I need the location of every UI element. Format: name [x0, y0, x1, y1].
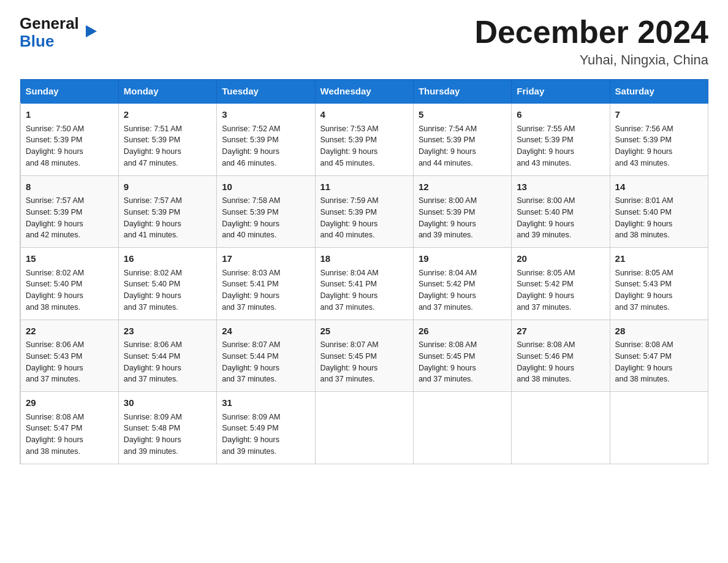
table-row: 15Sunrise: 8:02 AMSunset: 5:40 PMDayligh… — [20, 248, 118, 320]
sunset-label: Sunset: 5:46 PM — [517, 352, 573, 361]
daylight-label: Daylight: 9 hours — [320, 364, 378, 372]
sunrise-label: Sunrise: 7:54 AM — [419, 124, 477, 133]
daylight-minutes: and 37 minutes. — [517, 303, 571, 312]
day-number: 21 — [615, 252, 703, 266]
day-number: 2 — [124, 108, 211, 122]
col-friday: Friday — [512, 80, 610, 104]
table-row — [315, 392, 413, 464]
table-row: 14Sunrise: 8:01 AMSunset: 5:40 PMDayligh… — [610, 175, 708, 248]
sunset-label: Sunset: 5:41 PM — [320, 280, 377, 288]
daylight-label: Daylight: 9 hours — [124, 364, 181, 372]
sunset-label: Sunset: 5:39 PM — [26, 136, 82, 144]
day-number: 1 — [26, 108, 113, 122]
sunrise-label: Sunrise: 8:00 AM — [419, 196, 477, 205]
sunset-label: Sunset: 5:48 PM — [124, 424, 180, 432]
day-number: 12 — [419, 180, 506, 194]
sunset-label: Sunset: 5:39 PM — [124, 208, 180, 216]
daylight-minutes: and 38 minutes. — [26, 447, 80, 456]
daylight-minutes: and 37 minutes. — [615, 303, 670, 312]
table-row: 10Sunrise: 7:58 AMSunset: 5:39 PMDayligh… — [217, 175, 315, 248]
day-number: 18 — [320, 252, 408, 266]
daylight-minutes: and 38 minutes. — [615, 375, 670, 383]
table-row: 16Sunrise: 8:02 AMSunset: 5:40 PMDayligh… — [118, 248, 216, 320]
sunset-label: Sunset: 5:39 PM — [320, 136, 377, 144]
col-saturday: Saturday — [610, 80, 708, 104]
daylight-label: Daylight: 9 hours — [517, 364, 574, 372]
sunset-label: Sunset: 5:43 PM — [615, 280, 672, 288]
table-row: 8Sunrise: 7:57 AMSunset: 5:39 PMDaylight… — [20, 175, 118, 248]
daylight-minutes: and 40 minutes. — [320, 231, 375, 239]
day-number: 6 — [517, 108, 604, 122]
sunset-label: Sunset: 5:45 PM — [320, 352, 377, 361]
day-number: 10 — [222, 180, 309, 194]
daylight-minutes: and 37 minutes. — [419, 303, 473, 312]
sunrise-label: Sunrise: 7:53 AM — [320, 124, 379, 133]
daylight-label: Daylight: 9 hours — [320, 291, 378, 300]
sunset-label: Sunset: 5:39 PM — [222, 208, 278, 216]
sunset-label: Sunset: 5:39 PM — [517, 136, 573, 144]
daylight-minutes: and 37 minutes. — [320, 303, 375, 312]
table-row: 19Sunrise: 8:04 AMSunset: 5:42 PMDayligh… — [413, 248, 511, 320]
table-row: 1Sunrise: 7:50 AMSunset: 5:39 PMDaylight… — [20, 103, 118, 175]
sunrise-label: Sunrise: 7:58 AM — [222, 196, 280, 205]
sunset-label: Sunset: 5:39 PM — [419, 208, 475, 216]
sunrise-label: Sunrise: 8:09 AM — [124, 413, 182, 421]
daylight-label: Daylight: 9 hours — [26, 147, 83, 156]
svg-marker-0 — [86, 25, 97, 37]
daylight-label: Daylight: 9 hours — [26, 291, 83, 300]
sunrise-label: Sunrise: 7:50 AM — [26, 124, 84, 133]
daylight-label: Daylight: 9 hours — [517, 220, 574, 228]
sunset-label: Sunset: 5:43 PM — [26, 352, 82, 361]
daylight-label: Daylight: 9 hours — [419, 147, 476, 156]
day-number: 26 — [419, 324, 506, 339]
daylight-label: Daylight: 9 hours — [222, 220, 279, 228]
table-row: 20Sunrise: 8:05 AMSunset: 5:42 PMDayligh… — [512, 248, 610, 320]
sunset-label: Sunset: 5:47 PM — [615, 352, 672, 361]
day-number: 7 — [615, 108, 703, 122]
logo-line2: Blue — [20, 33, 54, 50]
calendar-subtitle: Yuhai, Ningxia, China — [474, 52, 708, 68]
day-number: 25 — [320, 324, 408, 339]
day-number: 17 — [222, 252, 309, 266]
daylight-label: Daylight: 9 hours — [615, 147, 673, 156]
daylight-label: Daylight: 9 hours — [222, 291, 279, 300]
daylight-label: Daylight: 9 hours — [320, 220, 378, 228]
table-row: 4Sunrise: 7:53 AMSunset: 5:39 PMDaylight… — [315, 103, 413, 175]
table-row: 9Sunrise: 7:57 AMSunset: 5:39 PMDaylight… — [118, 175, 216, 248]
logo-general: General — [20, 15, 79, 33]
sunset-label: Sunset: 5:41 PM — [222, 280, 278, 288]
daylight-minutes: and 43 minutes. — [517, 159, 571, 167]
sunset-label: Sunset: 5:45 PM — [419, 352, 475, 361]
sunrise-label: Sunrise: 8:06 AM — [26, 340, 84, 349]
sunrise-label: Sunrise: 8:05 AM — [517, 269, 575, 277]
day-number: 29 — [26, 396, 113, 410]
sunrise-label: Sunrise: 8:09 AM — [222, 413, 280, 421]
daylight-minutes: and 46 minutes. — [222, 159, 276, 167]
day-number: 19 — [419, 252, 506, 266]
daylight-minutes: and 48 minutes. — [26, 159, 80, 167]
table-row: 23Sunrise: 8:06 AMSunset: 5:44 PMDayligh… — [118, 320, 216, 392]
daylight-minutes: and 37 minutes. — [419, 375, 473, 383]
logo-line1: General — [20, 15, 86, 33]
table-row: 12Sunrise: 8:00 AMSunset: 5:39 PMDayligh… — [413, 175, 511, 248]
daylight-minutes: and 37 minutes. — [222, 303, 276, 312]
day-number: 14 — [615, 180, 703, 194]
sunset-label: Sunset: 5:44 PM — [222, 352, 278, 361]
daylight-minutes: and 47 minutes. — [124, 159, 178, 167]
sunrise-label: Sunrise: 8:07 AM — [320, 340, 379, 349]
daylight-label: Daylight: 9 hours — [222, 364, 279, 372]
sunset-label: Sunset: 5:40 PM — [124, 280, 180, 288]
sunset-label: Sunset: 5:40 PM — [26, 280, 82, 288]
sunset-label: Sunset: 5:49 PM — [222, 424, 278, 432]
logo: General Blue — [20, 15, 86, 50]
daylight-label: Daylight: 9 hours — [419, 291, 476, 300]
daylight-minutes: and 41 minutes. — [124, 231, 178, 239]
table-row: 2Sunrise: 7:51 AMSunset: 5:39 PMDaylight… — [118, 103, 216, 175]
sunrise-label: Sunrise: 7:51 AM — [124, 124, 182, 133]
table-row: 29Sunrise: 8:08 AMSunset: 5:47 PMDayligh… — [20, 392, 118, 464]
col-monday: Monday — [118, 80, 216, 104]
day-number: 9 — [124, 180, 211, 194]
sunset-label: Sunset: 5:39 PM — [320, 208, 377, 216]
sunrise-label: Sunrise: 8:04 AM — [419, 269, 477, 277]
day-number: 16 — [124, 252, 211, 266]
